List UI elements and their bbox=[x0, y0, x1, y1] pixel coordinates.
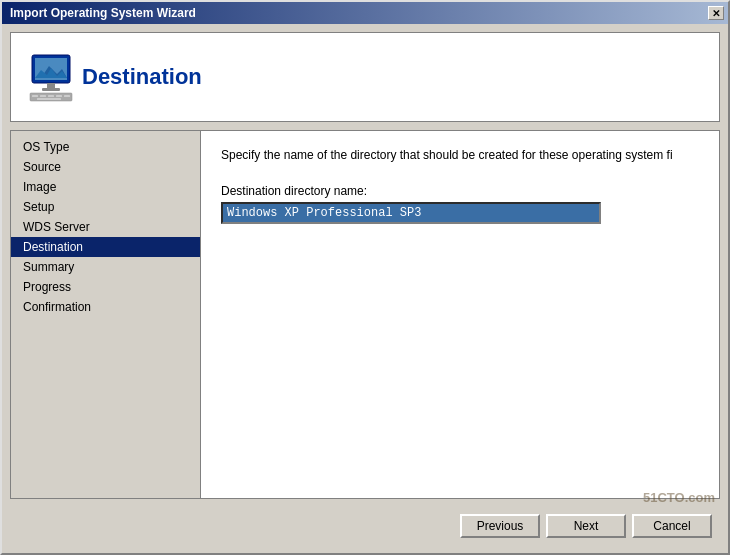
sidebar-item-wds-server[interactable]: WDS Server bbox=[11, 217, 200, 237]
sidebar-item-os-type[interactable]: OS Type bbox=[11, 137, 200, 157]
sidebar-item-image[interactable]: Image bbox=[11, 177, 200, 197]
destination-directory-input[interactable] bbox=[221, 202, 601, 224]
window-content: Destination OS Type Source Image Setup W… bbox=[2, 24, 728, 553]
svg-rect-6 bbox=[42, 88, 60, 91]
wizard-window: Import Operating System Wizard ✕ bbox=[0, 0, 730, 555]
title-bar: Import Operating System Wizard ✕ bbox=[2, 2, 728, 24]
cancel-button[interactable]: Cancel bbox=[632, 514, 712, 538]
previous-button[interactable]: Previous bbox=[460, 514, 540, 538]
page-title: Destination bbox=[82, 64, 202, 90]
svg-rect-10 bbox=[48, 95, 54, 97]
svg-rect-9 bbox=[40, 95, 46, 97]
field-label: Destination directory name: bbox=[221, 184, 699, 198]
svg-rect-13 bbox=[37, 98, 61, 100]
next-button[interactable]: Next bbox=[546, 514, 626, 538]
footer-area: Previous Next Cancel bbox=[10, 507, 720, 545]
window-title: Import Operating System Wizard bbox=[10, 6, 196, 20]
sidebar: OS Type Source Image Setup WDS Server De… bbox=[11, 131, 201, 498]
watermark: 51CTO.com bbox=[643, 490, 715, 505]
sidebar-item-destination[interactable]: Destination bbox=[11, 237, 200, 257]
svg-rect-12 bbox=[64, 95, 70, 97]
main-area: OS Type Source Image Setup WDS Server De… bbox=[10, 130, 720, 499]
svg-rect-11 bbox=[56, 95, 62, 97]
svg-rect-8 bbox=[32, 95, 38, 97]
sidebar-item-source[interactable]: Source bbox=[11, 157, 200, 177]
title-bar-buttons: ✕ bbox=[708, 6, 724, 20]
content-area: Specify the name of the directory that s… bbox=[201, 131, 719, 498]
header-section: Destination bbox=[10, 32, 720, 122]
sidebar-item-confirmation[interactable]: Confirmation bbox=[11, 297, 200, 317]
sidebar-item-progress[interactable]: Progress bbox=[11, 277, 200, 297]
computer-icon bbox=[27, 50, 82, 105]
svg-rect-5 bbox=[47, 83, 55, 88]
close-button[interactable]: ✕ bbox=[708, 6, 724, 20]
content-description: Specify the name of the directory that s… bbox=[221, 147, 699, 164]
sidebar-item-summary[interactable]: Summary bbox=[11, 257, 200, 277]
sidebar-item-setup[interactable]: Setup bbox=[11, 197, 200, 217]
